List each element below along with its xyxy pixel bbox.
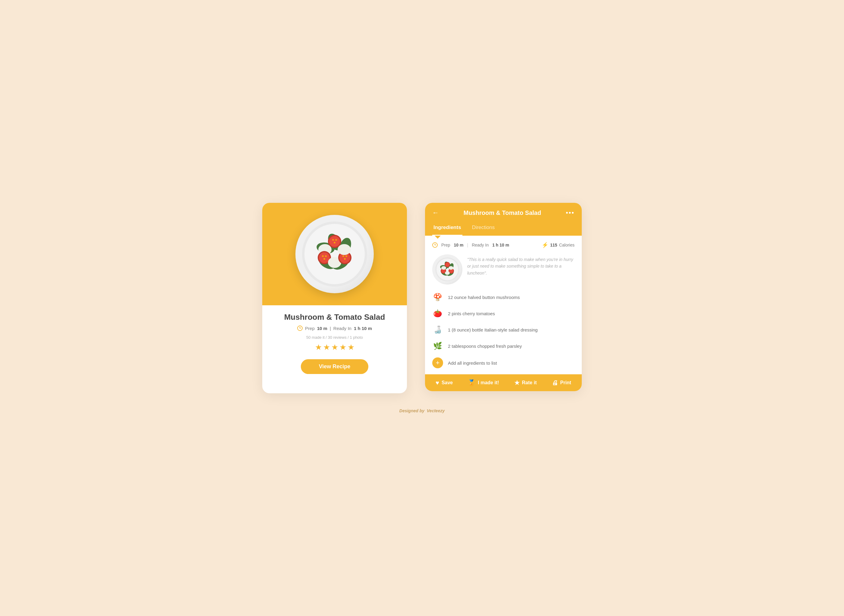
left-card-body: Mushroom & Tomato Salad Prep 10 m | Read… xyxy=(262,305,407,381)
rate-it-button[interactable]: ★ Rate it xyxy=(514,379,537,386)
tomato-icon: 🍅 xyxy=(432,308,443,319)
prep-time-right: 10 m xyxy=(454,243,464,248)
add-all-label: Add all ingredients to list xyxy=(448,361,497,365)
svg-point-33 xyxy=(445,263,449,267)
view-recipe-button[interactable]: View Recipe xyxy=(301,359,368,374)
ingredient-item-parsley: 🌿 2 tablespoons chopped fresh parsley xyxy=(432,340,574,351)
heart-icon: ♥ xyxy=(436,380,439,386)
right-header: ← Mushroom & Tomato Salad ••• Ingredient… xyxy=(425,203,582,236)
rate-it-label: Rate it xyxy=(522,380,537,386)
print-icon: 🖨 xyxy=(552,380,558,386)
calories-label: Calories xyxy=(559,243,574,248)
right-card-title: Mushroom & Tomato Salad xyxy=(439,210,566,216)
left-card-image-bg xyxy=(262,203,407,305)
divider-right: | xyxy=(467,243,468,248)
ready-label-left: Ready In xyxy=(333,326,351,331)
plate-image xyxy=(295,215,374,293)
stars-row: ★ ★ ★ ★ ★ xyxy=(271,343,398,352)
right-recipe-card: ← Mushroom & Tomato Salad ••• Ingredient… xyxy=(425,203,582,391)
right-footer: ♥ Save 🏅 I made it! ★ Rate it 🖨 Print xyxy=(425,374,582,391)
calories-value: 115 xyxy=(550,243,557,248)
dots-menu-button[interactable]: ••• xyxy=(566,209,574,217)
tabs-row: Ingredients Directions xyxy=(432,221,574,236)
left-meta-row: Prep 10 m | Ready In 1 h 10 m xyxy=(271,326,398,331)
ingredient-parsley-text: 2 tablespoons chopped fresh parsley xyxy=(448,343,522,349)
svg-point-1 xyxy=(304,224,365,284)
svg-point-24 xyxy=(338,244,351,255)
clock-icon-right xyxy=(432,242,438,248)
clock-icon-left xyxy=(297,326,302,331)
watermark: Designed by Vecteezy xyxy=(262,408,582,413)
ingredient-item-dressing: 🍶 1 (8 ounce) bottle Italian-style salad… xyxy=(432,324,574,335)
right-header-top: ← Mushroom & Tomato Salad ••• xyxy=(432,209,574,217)
info-bar: Prep 10 m | Ready In 1 h 10 m ⚡ 115 Calo… xyxy=(432,242,574,248)
back-arrow-button[interactable]: ← xyxy=(432,209,439,217)
dressing-icon: 🍶 xyxy=(432,324,443,335)
ready-time-left: 1 h 10 m xyxy=(354,326,372,331)
prep-label-left: Prep xyxy=(305,326,315,331)
small-plate-image xyxy=(432,254,462,285)
watermark-prefix: Designed by xyxy=(399,408,424,413)
add-icon: + xyxy=(432,358,443,368)
i-made-it-button[interactable]: 🏅 I made it! xyxy=(468,379,499,386)
print-button[interactable]: 🖨 Print xyxy=(552,379,571,386)
star-5: ★ xyxy=(348,343,354,352)
prep-label-right: Prep xyxy=(441,243,450,248)
print-label: Print xyxy=(560,380,571,386)
svg-point-17 xyxy=(323,258,325,260)
svg-point-15 xyxy=(322,255,324,257)
add-all-row[interactable]: + Add all ingredients to list xyxy=(432,358,574,368)
ready-label-right: Ready In xyxy=(472,243,489,248)
ingredients-list: 🍄 12 ounce halved button mushrooms 🍅 2 p… xyxy=(432,292,574,351)
watermark-brand: Vecteezy xyxy=(427,408,445,413)
stats-text: 50 made it / 30 reviews / 1 photo xyxy=(271,335,398,340)
svg-point-21 xyxy=(342,255,344,257)
star-1: ★ xyxy=(315,343,322,352)
svg-point-26 xyxy=(436,258,458,280)
left-recipe-card: Mushroom & Tomato Salad Prep 10 m | Read… xyxy=(262,203,407,393)
tab-directions[interactable]: Directions xyxy=(471,221,496,236)
divider-left: | xyxy=(330,326,331,331)
parsley-icon: 🌿 xyxy=(432,340,443,351)
description-row: "This is a really quick salad to make wh… xyxy=(432,254,574,285)
svg-point-10 xyxy=(335,239,337,241)
i-made-it-label: I made it! xyxy=(478,380,499,386)
ingredient-dressing-text: 1 (8 ounce) bottle Italian-style salad d… xyxy=(448,327,538,332)
svg-point-40 xyxy=(449,266,454,270)
svg-point-8 xyxy=(329,236,340,247)
ready-time-right: 1 h 10 m xyxy=(492,243,509,248)
recipe-description: "This is a really quick salad to make wh… xyxy=(467,254,574,276)
medal-icon: 🏅 xyxy=(468,379,476,386)
ingredient-item-mushrooms: 🍄 12 ounce halved button mushrooms xyxy=(432,292,574,302)
svg-point-9 xyxy=(332,239,334,241)
ingredient-mushrooms-text: 12 ounce halved button mushrooms xyxy=(448,295,520,300)
tab-triangle xyxy=(434,236,441,239)
svg-point-39 xyxy=(445,271,450,275)
ingredient-item-tomatoes: 🍅 2 pints cherry tomatoes xyxy=(432,308,574,319)
save-button[interactable]: ♥ Save xyxy=(436,379,453,386)
right-body: Prep 10 m | Ready In 1 h 10 m ⚡ 115 Calo… xyxy=(425,236,582,374)
prep-time-left: 10 m xyxy=(317,326,327,331)
mushroom-icon: 🍄 xyxy=(432,292,443,302)
star-rate-icon: ★ xyxy=(514,379,520,386)
svg-point-38 xyxy=(441,266,446,270)
svg-point-23 xyxy=(344,258,346,260)
ingredient-tomatoes-text: 2 pints cherry tomatoes xyxy=(448,311,495,316)
star-2: ★ xyxy=(323,343,330,352)
star-4: ★ xyxy=(339,343,346,352)
left-card-title: Mushroom & Tomato Salad xyxy=(271,312,398,322)
save-label: Save xyxy=(442,380,453,386)
svg-point-11 xyxy=(334,242,336,243)
lightning-icon: ⚡ xyxy=(542,242,548,248)
star-3: ★ xyxy=(331,343,338,352)
svg-point-22 xyxy=(345,255,347,257)
svg-point-16 xyxy=(325,255,327,257)
tab-ingredients[interactable]: Ingredients xyxy=(432,221,462,236)
